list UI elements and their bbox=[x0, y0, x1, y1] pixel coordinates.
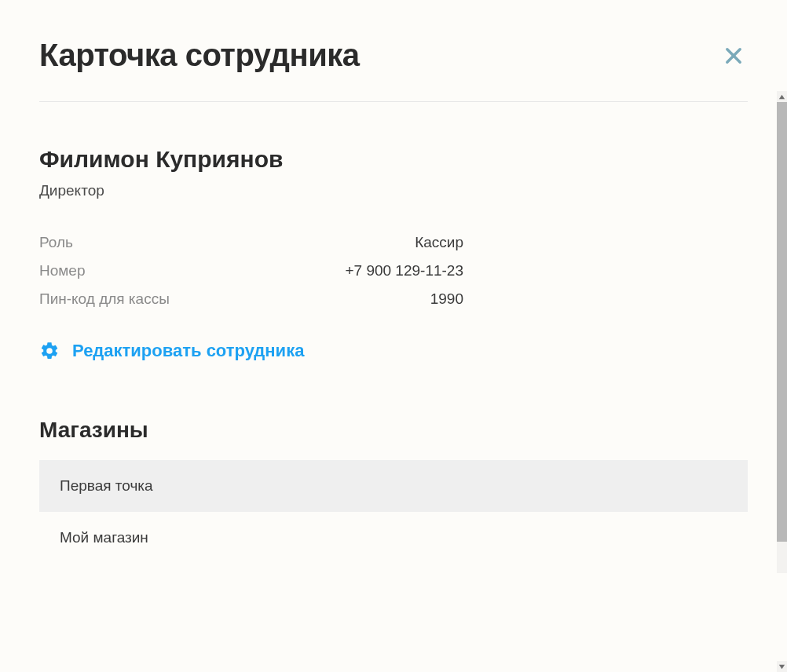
edit-employee-label: Редактировать сотрудника bbox=[72, 341, 304, 361]
info-row-role: Роль Кассир bbox=[39, 234, 463, 251]
pin-label: Пин-код для кассы bbox=[39, 290, 196, 308]
phone-label: Номер bbox=[39, 262, 196, 279]
store-item[interactable]: Первая точка bbox=[39, 460, 748, 512]
edit-employee-link[interactable]: Редактировать сотрудника bbox=[39, 341, 748, 361]
scrollbar-thumb[interactable] bbox=[777, 102, 787, 542]
info-row-phone: Номер +7 900 129-11-23 bbox=[39, 262, 463, 279]
employee-position: Директор bbox=[39, 182, 748, 199]
scrollbar-down[interactable] bbox=[777, 661, 787, 672]
stores-title: Магазины bbox=[39, 418, 748, 443]
scrollbar-up[interactable] bbox=[777, 91, 787, 102]
role-label: Роль bbox=[39, 234, 196, 251]
close-button[interactable] bbox=[719, 42, 748, 70]
close-icon bbox=[723, 45, 745, 67]
svg-marker-2 bbox=[779, 94, 785, 98]
phone-value: +7 900 129-11-23 bbox=[196, 262, 463, 279]
gear-icon bbox=[39, 341, 60, 361]
store-name: Мой магазин bbox=[60, 529, 148, 546]
svg-marker-3 bbox=[779, 664, 785, 668]
store-name: Первая точка bbox=[60, 477, 153, 494]
page-title: Карточка сотрудника bbox=[39, 38, 360, 73]
employee-card-modal: Карточка сотрудника Филимон Куприянов Ди… bbox=[0, 0, 787, 672]
pin-value: 1990 bbox=[196, 290, 463, 308]
employee-info: Филимон Куприянов Директор Роль Кассир Н… bbox=[39, 146, 748, 361]
info-row-pin: Пин-код для кассы 1990 bbox=[39, 290, 463, 308]
store-item[interactable]: Мой магазин bbox=[39, 512, 748, 564]
role-value: Кассир bbox=[196, 234, 463, 251]
employee-name: Филимон Куприянов bbox=[39, 146, 748, 173]
stores-section: Магазины Первая точка Мой магазин bbox=[39, 418, 748, 564]
header: Карточка сотрудника bbox=[39, 38, 748, 102]
